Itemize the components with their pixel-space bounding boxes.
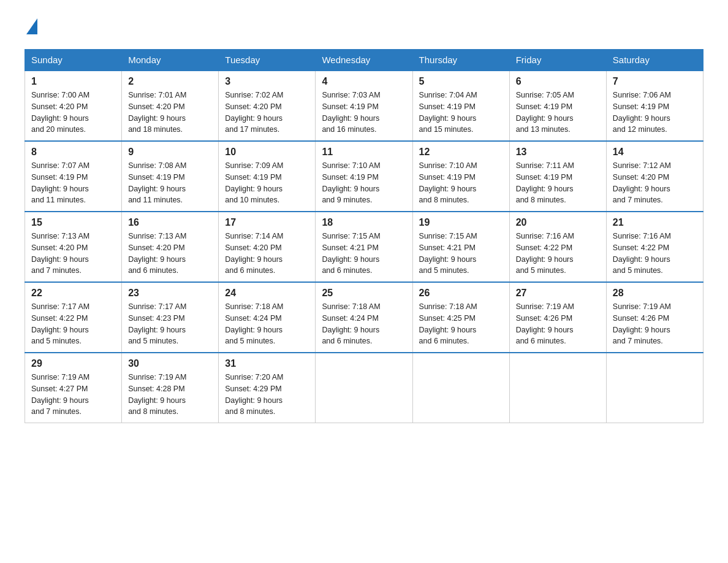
- calendar-week-row: 22 Sunrise: 7:17 AM Sunset: 4:22 PM Dayl…: [25, 282, 703, 353]
- calendar-day-cell: [606, 353, 703, 423]
- day-number: 3: [225, 76, 309, 87]
- day-number: 19: [419, 217, 503, 228]
- day-number: 31: [225, 358, 309, 369]
- day-info: Sunrise: 7:14 AM Sunset: 4:20 PM Dayligh…: [225, 231, 309, 277]
- logo: [25, 18, 37, 37]
- calendar-day-cell: 18 Sunrise: 7:15 AM Sunset: 4:21 PM Dayl…: [316, 212, 412, 282]
- calendar-day-cell: 10 Sunrise: 7:09 AM Sunset: 4:19 PM Dayl…: [219, 141, 316, 212]
- calendar-day-cell: 1 Sunrise: 7:00 AM Sunset: 4:20 PM Dayli…: [25, 71, 122, 141]
- day-number: 25: [322, 288, 406, 299]
- day-number: 2: [128, 76, 212, 87]
- day-number: 27: [516, 288, 600, 299]
- calendar-day-cell: 5 Sunrise: 7:04 AM Sunset: 4:19 PM Dayli…: [412, 71, 509, 141]
- day-info: Sunrise: 7:04 AM Sunset: 4:19 PM Dayligh…: [419, 90, 503, 136]
- calendar-day-cell: 16 Sunrise: 7:13 AM Sunset: 4:20 PM Dayl…: [122, 212, 219, 282]
- calendar-header: Sunday Monday Tuesday Wednesday Thursday…: [25, 50, 703, 71]
- calendar-day-cell: 11 Sunrise: 7:10 AM Sunset: 4:19 PM Dayl…: [316, 141, 412, 212]
- day-info: Sunrise: 7:13 AM Sunset: 4:20 PM Dayligh…: [128, 231, 212, 277]
- calendar-week-row: 29 Sunrise: 7:19 AM Sunset: 4:27 PM Dayl…: [25, 353, 703, 423]
- day-number: 18: [322, 217, 406, 228]
- calendar-day-cell: 20 Sunrise: 7:16 AM Sunset: 4:22 PM Dayl…: [509, 212, 606, 282]
- calendar-day-cell: 14 Sunrise: 7:12 AM Sunset: 4:20 PM Dayl…: [606, 141, 703, 212]
- day-number: 17: [225, 217, 309, 228]
- day-number: 11: [322, 147, 406, 158]
- day-info: Sunrise: 7:17 AM Sunset: 4:23 PM Dayligh…: [128, 301, 212, 347]
- calendar-day-cell: 28 Sunrise: 7:19 AM Sunset: 4:26 PM Dayl…: [606, 282, 703, 353]
- day-number: 21: [613, 217, 697, 228]
- day-info: Sunrise: 7:15 AM Sunset: 4:21 PM Dayligh…: [419, 231, 503, 277]
- day-number: 13: [516, 147, 600, 158]
- calendar-week-row: 15 Sunrise: 7:13 AM Sunset: 4:20 PM Dayl…: [25, 212, 703, 282]
- day-info: Sunrise: 7:07 AM Sunset: 4:19 PM Dayligh…: [31, 160, 115, 206]
- calendar-day-cell: 23 Sunrise: 7:17 AM Sunset: 4:23 PM Dayl…: [122, 282, 219, 353]
- calendar-day-cell: 25 Sunrise: 7:18 AM Sunset: 4:24 PM Dayl…: [316, 282, 412, 353]
- day-info: Sunrise: 7:11 AM Sunset: 4:19 PM Dayligh…: [516, 160, 600, 206]
- day-info: Sunrise: 7:03 AM Sunset: 4:19 PM Dayligh…: [322, 90, 406, 136]
- calendar-day-cell: 21 Sunrise: 7:16 AM Sunset: 4:22 PM Dayl…: [606, 212, 703, 282]
- day-number: 10: [225, 147, 309, 158]
- col-tuesday: Tuesday: [219, 50, 316, 71]
- calendar-day-cell: [509, 353, 606, 423]
- day-number: 9: [128, 147, 212, 158]
- page-header: [25, 18, 703, 37]
- day-info: Sunrise: 7:02 AM Sunset: 4:20 PM Dayligh…: [225, 90, 309, 136]
- day-number: 28: [613, 288, 697, 299]
- day-number: 26: [419, 288, 503, 299]
- col-wednesday: Wednesday: [316, 50, 412, 71]
- day-info: Sunrise: 7:16 AM Sunset: 4:22 PM Dayligh…: [516, 231, 600, 277]
- calendar-day-cell: 4 Sunrise: 7:03 AM Sunset: 4:19 PM Dayli…: [316, 71, 412, 141]
- calendar-day-cell: 24 Sunrise: 7:18 AM Sunset: 4:24 PM Dayl…: [219, 282, 316, 353]
- day-number: 12: [419, 147, 503, 158]
- day-info: Sunrise: 7:05 AM Sunset: 4:19 PM Dayligh…: [516, 90, 600, 136]
- day-info: Sunrise: 7:19 AM Sunset: 4:26 PM Dayligh…: [516, 301, 600, 347]
- day-info: Sunrise: 7:18 AM Sunset: 4:24 PM Dayligh…: [225, 301, 309, 347]
- day-info: Sunrise: 7:00 AM Sunset: 4:20 PM Dayligh…: [31, 90, 115, 136]
- calendar-day-cell: 30 Sunrise: 7:19 AM Sunset: 4:28 PM Dayl…: [122, 353, 219, 423]
- day-info: Sunrise: 7:18 AM Sunset: 4:24 PM Dayligh…: [322, 301, 406, 347]
- calendar-table: Sunday Monday Tuesday Wednesday Thursday…: [25, 49, 703, 423]
- calendar-week-row: 8 Sunrise: 7:07 AM Sunset: 4:19 PM Dayli…: [25, 141, 703, 212]
- day-info: Sunrise: 7:09 AM Sunset: 4:19 PM Dayligh…: [225, 160, 309, 206]
- day-info: Sunrise: 7:13 AM Sunset: 4:20 PM Dayligh…: [31, 231, 115, 277]
- calendar-day-cell: 26 Sunrise: 7:18 AM Sunset: 4:25 PM Dayl…: [412, 282, 509, 353]
- calendar-day-cell: 8 Sunrise: 7:07 AM Sunset: 4:19 PM Dayli…: [25, 141, 122, 212]
- calendar-day-cell: 12 Sunrise: 7:10 AM Sunset: 4:19 PM Dayl…: [412, 141, 509, 212]
- day-info: Sunrise: 7:19 AM Sunset: 4:27 PM Dayligh…: [31, 372, 115, 418]
- col-sunday: Sunday: [25, 50, 122, 71]
- calendar-day-cell: 22 Sunrise: 7:17 AM Sunset: 4:22 PM Dayl…: [25, 282, 122, 353]
- day-info: Sunrise: 7:10 AM Sunset: 4:19 PM Dayligh…: [322, 160, 406, 206]
- calendar-day-cell: 31 Sunrise: 7:20 AM Sunset: 4:29 PM Dayl…: [219, 353, 316, 423]
- col-monday: Monday: [122, 50, 219, 71]
- day-info: Sunrise: 7:19 AM Sunset: 4:26 PM Dayligh…: [613, 301, 697, 347]
- calendar-day-cell: [412, 353, 509, 423]
- calendar-day-cell: 13 Sunrise: 7:11 AM Sunset: 4:19 PM Dayl…: [509, 141, 606, 212]
- day-info: Sunrise: 7:08 AM Sunset: 4:19 PM Dayligh…: [128, 160, 212, 206]
- col-saturday: Saturday: [606, 50, 703, 71]
- calendar-day-cell: 2 Sunrise: 7:01 AM Sunset: 4:20 PM Dayli…: [122, 71, 219, 141]
- logo-triangle-icon: [26, 18, 37, 34]
- day-number: 1: [31, 76, 115, 87]
- calendar-day-cell: [316, 353, 412, 423]
- calendar-day-cell: 27 Sunrise: 7:19 AM Sunset: 4:26 PM Dayl…: [509, 282, 606, 353]
- col-friday: Friday: [509, 50, 606, 71]
- day-number: 16: [128, 217, 212, 228]
- calendar-day-cell: 6 Sunrise: 7:05 AM Sunset: 4:19 PM Dayli…: [509, 71, 606, 141]
- day-number: 24: [225, 288, 309, 299]
- calendar-day-cell: 29 Sunrise: 7:19 AM Sunset: 4:27 PM Dayl…: [25, 353, 122, 423]
- day-number: 29: [31, 358, 115, 369]
- header-row: Sunday Monday Tuesday Wednesday Thursday…: [25, 50, 703, 71]
- day-info: Sunrise: 7:20 AM Sunset: 4:29 PM Dayligh…: [225, 372, 309, 418]
- col-thursday: Thursday: [412, 50, 509, 71]
- day-number: 5: [419, 76, 503, 87]
- day-info: Sunrise: 7:17 AM Sunset: 4:22 PM Dayligh…: [31, 301, 115, 347]
- day-number: 7: [613, 76, 697, 87]
- day-info: Sunrise: 7:01 AM Sunset: 4:20 PM Dayligh…: [128, 90, 212, 136]
- calendar-day-cell: 19 Sunrise: 7:15 AM Sunset: 4:21 PM Dayl…: [412, 212, 509, 282]
- day-number: 30: [128, 358, 212, 369]
- calendar-day-cell: 17 Sunrise: 7:14 AM Sunset: 4:20 PM Dayl…: [219, 212, 316, 282]
- calendar-day-cell: 9 Sunrise: 7:08 AM Sunset: 4:19 PM Dayli…: [122, 141, 219, 212]
- day-info: Sunrise: 7:06 AM Sunset: 4:19 PM Dayligh…: [613, 90, 697, 136]
- day-info: Sunrise: 7:10 AM Sunset: 4:19 PM Dayligh…: [419, 160, 503, 206]
- svg-marker-0: [26, 18, 37, 34]
- day-number: 4: [322, 76, 406, 87]
